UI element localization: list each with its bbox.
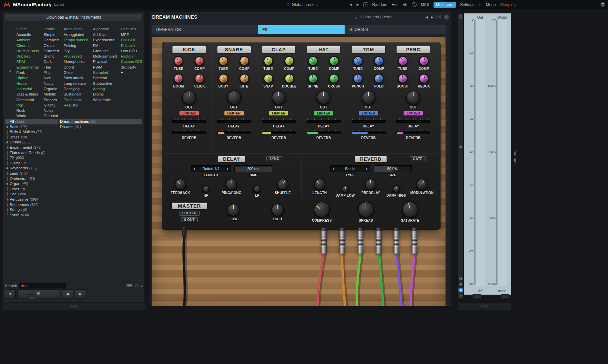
- help-icon[interactable]: ?: [458, 294, 463, 299]
- filter-item[interactable]: ♥: [121, 70, 142, 75]
- filter-item[interactable]: Physical: [93, 59, 117, 64]
- close-icon[interactable]: ×: [437, 15, 441, 19]
- filter-item[interactable]: MPE: [121, 32, 142, 37]
- search-input[interactable]: [19, 283, 66, 288]
- tree-item[interactable]: ├ Guitar (0): [5, 161, 58, 166]
- filter-item[interactable]: Glide: [64, 70, 88, 75]
- filter-item[interactable]: Monophonic: [64, 59, 88, 64]
- filter-item[interactable]: Experimental: [93, 37, 117, 43]
- tree-item[interactable]: ├ Sequences (197): [5, 202, 58, 208]
- filter-item[interactable]: Thin: [44, 65, 59, 70]
- filter-item[interactable]: Nasty: [44, 81, 59, 86]
- filter-item[interactable]: Cinematic: [16, 43, 39, 48]
- tree-item[interactable]: ├ Percussive (295): [5, 197, 58, 202]
- filter-item[interactable]: Rock: [16, 108, 39, 113]
- next-result-button[interactable]: ▶: [75, 289, 86, 298]
- edit-button[interactable]: Edit: [392, 2, 399, 7]
- tree-item[interactable]: ◆ Bass (495): [5, 124, 58, 130]
- melda-logo[interactable]: [3, 2, 11, 8]
- filter-item[interactable]: Experimental: [16, 65, 39, 70]
- tree-item[interactable]: ◆ Organ (48): [5, 181, 58, 187]
- tree-item[interactable]: ├ Flutes and Reeds (0): [5, 150, 58, 156]
- warning-icon[interactable]: !: [412, 2, 417, 7]
- instrument-presets-button[interactable]: Instrument presets: [360, 15, 393, 19]
- tree-item[interactable]: ◆ Keyboards (192): [5, 166, 58, 171]
- filter-item[interactable]: World: [16, 113, 39, 118]
- filter-item[interactable]: Multi-sampled: [93, 54, 117, 59]
- next-instrument-preset-icon[interactable]: ▶: [431, 15, 434, 19]
- filter-item[interactable]: Organic: [44, 86, 59, 91]
- next-preset-icon[interactable]: ▶: [357, 3, 359, 6]
- filter-item[interactable]: Granular: [93, 48, 117, 54]
- xlr-connector[interactable]: [376, 228, 382, 254]
- filter-item[interactable]: Spectral: [93, 75, 117, 81]
- filter-item[interactable]: Clean: [44, 43, 59, 48]
- resize-handle[interactable]: ↔: [28, 294, 36, 299]
- tree-item[interactable]: ├ Experimental (173): [5, 145, 58, 150]
- filter-item[interactable]: Acoustic: [16, 32, 39, 37]
- filter-item[interactable]: Processed: [64, 54, 88, 59]
- pause-icon[interactable]: ▮▮: [458, 276, 463, 281]
- result-item[interactable]: Dream machines(86): [59, 119, 142, 124]
- window-icon[interactable]: ▣: [458, 282, 463, 287]
- clear-filter-icon[interactable]: ⊖: [135, 283, 138, 288]
- filter-item[interactable]: Editable: [121, 43, 142, 48]
- keyboard-icon[interactable]: ⌨: [127, 283, 132, 288]
- filter-item[interactable]: Complex: [44, 37, 59, 43]
- prev-instrument-preset-icon[interactable]: ◀: [425, 15, 428, 19]
- filter-item[interactable]: Distorted: [44, 48, 59, 54]
- prev-result-button[interactable]: ◀: [62, 289, 73, 298]
- favorite-button[interactable]: ♥: [5, 289, 16, 298]
- tree-item[interactable]: ├ Other (0): [5, 187, 58, 192]
- download-install-button[interactable]: Download & Install instruments: [5, 14, 143, 21]
- scrollbar-thumb[interactable]: [459, 14, 462, 19]
- sleeping-indicator[interactable]: Sleeping: [500, 2, 516, 7]
- prev-preset-icon[interactable]: ◀: [350, 3, 352, 6]
- help-button[interactable]: ?: [600, 2, 605, 7]
- cable-black[interactable]: [183, 236, 185, 306]
- filter-item[interactable]: Tempo synced: [64, 37, 88, 43]
- xlr-connector[interactable]: [339, 228, 345, 254]
- filter-item[interactable]: Detuned: [44, 113, 59, 118]
- filter-item[interactable]: Wavetable: [93, 97, 117, 102]
- filter-item[interactable]: Glitchy: [44, 102, 59, 108]
- filter-item[interactable]: Pop: [16, 102, 39, 108]
- filter-item[interactable]: Dubstep: [16, 54, 39, 59]
- random-button[interactable]: Random: [372, 2, 387, 7]
- filter-item[interactable]: Drum & Bass: [16, 48, 39, 54]
- xlr-connector[interactable]: [358, 228, 363, 254]
- filter-item[interactable]: Subtractive: [93, 81, 117, 86]
- filter-item[interactable]: Long release: [64, 81, 88, 86]
- filter-item[interactable]: FM: [93, 43, 117, 48]
- resize-handle[interactable]: ↔: [480, 304, 489, 309]
- filter-item[interactable]: House: [16, 81, 39, 86]
- filter-item[interactable]: Additive: [93, 32, 117, 37]
- speaker-icon[interactable]: [403, 3, 408, 7]
- close-browser-button[interactable]: ⊠: [17, 289, 60, 298]
- filter-item[interactable]: PWM: [93, 65, 117, 70]
- filter-item[interactable]: Arpeggiated: [64, 32, 88, 37]
- settings-button[interactable]: Settings: [460, 2, 474, 7]
- tree-item[interactable]: ├ Pad (388): [5, 192, 58, 197]
- filter-item[interactable]: Sampled: [93, 70, 117, 75]
- tab[interactable]: GLOBALS: [345, 25, 446, 34]
- filter-item[interactable]: 3rd party: [121, 65, 142, 70]
- filter-item[interactable]: Ambient: [16, 37, 39, 43]
- filter-item[interactable]: Digital: [93, 91, 117, 97]
- list-menu-icon[interactable]: ≡: [140, 283, 143, 288]
- filter-item[interactable]: Factory: [121, 54, 142, 59]
- tree-item[interactable]: ├ Lead (142): [5, 171, 58, 176]
- resize-handle[interactable]: ↔: [501, 294, 509, 299]
- tree-item[interactable]: ├ Strings (0): [5, 207, 58, 213]
- result-item[interactable]: Dreams(31): [59, 124, 142, 130]
- tab[interactable]: GENERATOR: [152, 25, 258, 34]
- help-button[interactable]: ?: [444, 15, 449, 20]
- filter-item[interactable]: Sustained: [64, 91, 88, 97]
- filter-item[interactable]: Phat: [44, 70, 59, 75]
- filter-item[interactable]: Analog: [93, 86, 117, 91]
- column-splitter-icon[interactable]: ⇕: [8, 68, 12, 74]
- filter-item[interactable]: Low CPU: [121, 48, 142, 54]
- filter-item[interactable]: Smooth: [44, 97, 59, 102]
- filter-item[interactable]: Percussive: [64, 97, 88, 102]
- filter-item[interactable]: Nice: [44, 75, 59, 81]
